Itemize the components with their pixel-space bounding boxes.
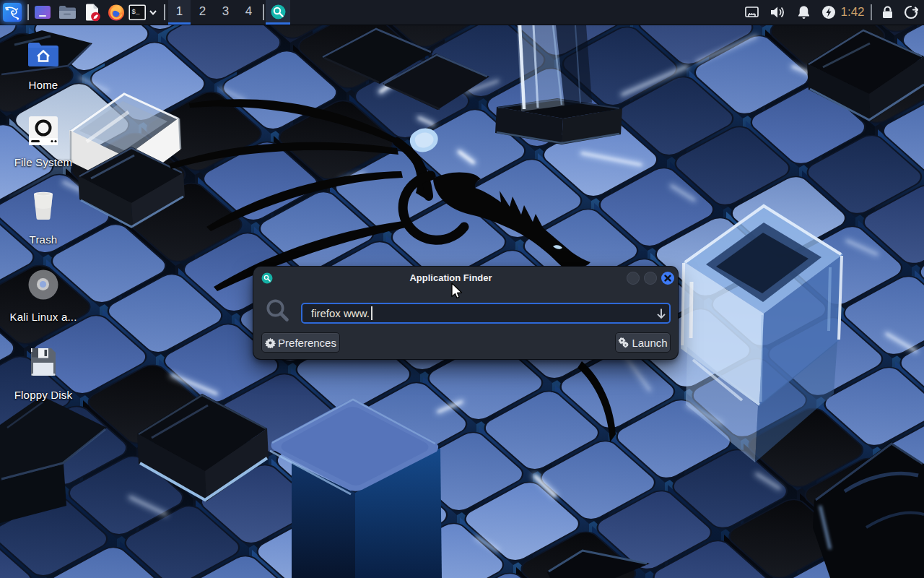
svg-text:$_: $_	[132, 9, 140, 16]
